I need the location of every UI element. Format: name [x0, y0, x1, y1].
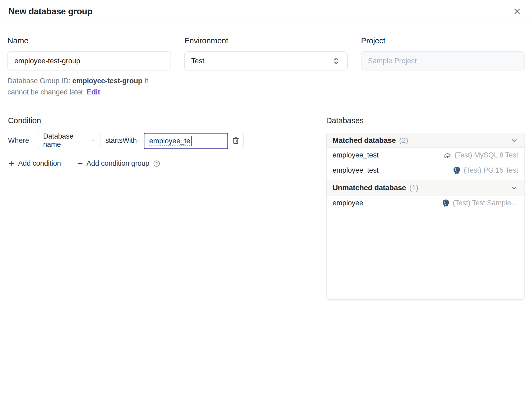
- database-name: employee: [332, 199, 363, 207]
- name-label: Name: [7, 36, 171, 45]
- where-label: Where: [8, 136, 38, 145]
- databases-panel-empty-area: [327, 213, 524, 299]
- dialog-header: New database group: [0, 0, 532, 23]
- environment-field-column: Environment Test: [184, 36, 348, 98]
- plus-icon: [8, 160, 15, 167]
- matched-database-header[interactable]: Matched database (2): [327, 133, 524, 148]
- database-instance: (Test) MySQL 8 Test: [443, 151, 518, 160]
- project-field-column: Project Sample Project: [361, 36, 525, 98]
- postgresql-icon: [442, 199, 450, 207]
- chevron-down-icon: [90, 138, 96, 143]
- name-input-value: employee-test-group: [14, 57, 80, 65]
- close-button[interactable]: [512, 7, 522, 16]
- postgresql-icon: [452, 166, 461, 175]
- svg-text:?: ?: [156, 161, 158, 165]
- dialog-body: Condition Where Database name startsWith…: [0, 104, 532, 300]
- project-label: Project: [361, 36, 525, 45]
- edit-group-id-link[interactable]: Edit: [87, 88, 100, 96]
- condition-row: Where Database name startsWith employee_…: [8, 133, 326, 148]
- condition-factor-select[interactable]: Database name: [38, 133, 100, 148]
- add-condition-button[interactable]: Add condition: [8, 159, 61, 168]
- help-icon[interactable]: ?: [153, 160, 160, 167]
- databases-section: Databases Matched database (2) employee_…: [326, 104, 525, 300]
- condition-expression-group: Database name startsWith employee_te: [38, 133, 244, 148]
- mysql-icon: [443, 151, 452, 160]
- matched-database-count: (2): [399, 136, 408, 144]
- database-instance: (Test) PG 15 Test: [452, 166, 518, 175]
- condition-factor-value: Database name: [43, 132, 90, 149]
- chevron-down-icon: [510, 136, 518, 144]
- matched-database-title: Matched database: [332, 136, 396, 144]
- database-name: employee_test: [332, 151, 379, 159]
- unmatched-database-title: Unmatched database: [332, 184, 406, 192]
- add-condition-group-button[interactable]: Add condition group: [76, 159, 149, 168]
- database-row[interactable]: employee_test (Test) MySQL 8 Test: [327, 148, 524, 163]
- select-arrows-icon: [332, 56, 341, 65]
- unmatched-database-count: (1): [409, 184, 418, 192]
- chevron-down-icon: [510, 184, 518, 192]
- dialog-title: New database group: [9, 6, 93, 16]
- database-instance-label: (Test) PG 15 Test: [464, 166, 518, 174]
- group-id-note: Database Group ID: employee-test-group I…: [7, 75, 171, 98]
- delete-condition-button[interactable]: [228, 133, 243, 148]
- environment-select[interactable]: Test: [184, 51, 348, 70]
- name-field-column: Name employee-test-group Database Group …: [7, 36, 171, 98]
- database-row[interactable]: employee_test (Test) PG 15 Test: [327, 163, 524, 178]
- project-input-value: Sample Project: [368, 57, 417, 65]
- group-id-value: employee-test-group: [72, 77, 142, 85]
- group-form: Name employee-test-group Database Group …: [0, 23, 532, 104]
- condition-section: Condition Where Database name startsWith…: [8, 104, 326, 300]
- close-icon: [512, 7, 522, 16]
- unmatched-database-header[interactable]: Unmatched database (1): [327, 180, 524, 196]
- name-input[interactable]: employee-test-group: [7, 51, 171, 70]
- databases-heading: Databases: [326, 116, 525, 125]
- add-condition-group-label: Add condition group: [86, 159, 149, 168]
- condition-heading: Condition: [8, 116, 326, 125]
- environment-select-value: Test: [191, 57, 205, 65]
- chevron-down-icon: [137, 138, 140, 143]
- database-instance-label: (Test) Test Sample…: [453, 199, 518, 207]
- new-database-group-dialog: New database group Name employee-test-gr…: [0, 0, 532, 399]
- condition-operator-select[interactable]: startsWith: [100, 133, 144, 148]
- environment-label: Environment: [184, 36, 348, 45]
- group-id-prefix: Database Group ID:: [7, 77, 70, 85]
- condition-value-text: employee_te: [149, 137, 190, 145]
- trash-icon: [231, 136, 240, 145]
- text-cursor: [191, 136, 192, 146]
- condition-value-input[interactable]: employee_te: [144, 133, 228, 149]
- databases-panel: Matched database (2) employee_test: [326, 133, 525, 300]
- condition-actions: Add condition Add condition group ?: [8, 159, 326, 168]
- database-name: employee_test: [332, 166, 379, 174]
- database-row[interactable]: employee (Test) Test Sample…: [327, 196, 524, 211]
- matched-database-rows: employee_test (Test) MySQL 8 Test employ…: [327, 148, 524, 180]
- database-instance: (Test) Test Sample…: [442, 199, 518, 207]
- unmatched-database-rows: employee (Test) Test Sample…: [327, 196, 524, 213]
- plus-icon: [76, 160, 84, 167]
- project-input: Sample Project: [361, 51, 525, 70]
- database-instance-label: (Test) MySQL 8 Test: [455, 151, 518, 159]
- add-condition-label: Add condition: [18, 159, 61, 168]
- condition-operator-value: startsWith: [105, 136, 137, 145]
